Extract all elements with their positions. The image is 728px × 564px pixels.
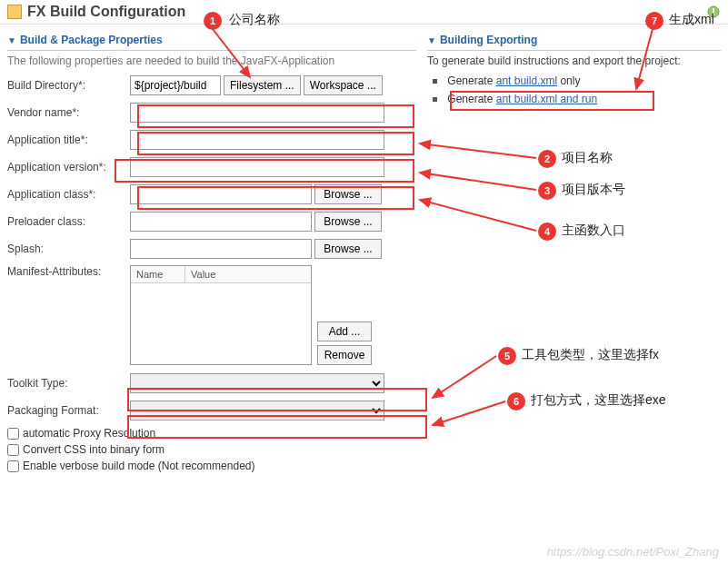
app-icon (7, 5, 22, 19)
generate-run-row: Generate ant build.xml and run (427, 93, 721, 105)
generate-only-row: Generate ant build.xml only (427, 74, 721, 87)
right-desc: To generate build instructions and expor… (427, 54, 721, 67)
toolkit-label: Toolkit Type: (7, 377, 130, 390)
app-class-label: Application class*: (7, 188, 130, 201)
app-title-label: Application title*: (7, 134, 130, 146)
app-class-input[interactable] (130, 184, 312, 204)
verbose-label: Enable verbose build mode (Not recommend… (23, 460, 254, 472)
preloader-input[interactable] (130, 212, 312, 232)
toolkit-select[interactable] (130, 373, 384, 393)
splash-label: Splash: (7, 242, 130, 255)
build-dir-label: Build Directory*: (7, 79, 130, 92)
css-checkbox[interactable] (7, 444, 19, 456)
gen-prefix: Generate (447, 93, 495, 105)
section-title: Build & Package Properties (20, 34, 163, 46)
callout-6-label: 打包方式，这里选择exe (531, 392, 666, 409)
vendor-input[interactable] (130, 103, 384, 123)
vendor-label: Vendor name*: (7, 106, 130, 119)
workspace-button[interactable]: Workspace ... (304, 75, 383, 95)
col-value: Value (185, 266, 221, 282)
browse-preloader-button[interactable]: Browse ... (314, 212, 382, 232)
manifest-table[interactable]: Name Value (130, 265, 312, 365)
callout-6: 6 (507, 392, 525, 411)
callout-3-label: 项目版本号 (562, 182, 625, 198)
build-dir-input[interactable] (130, 75, 221, 95)
packaging-label: Packaging Format: (7, 404, 130, 417)
callout-2: 2 (538, 150, 556, 168)
splash-input[interactable] (130, 239, 312, 259)
manifest-label: Manifest-Attributes: (7, 265, 130, 278)
proxy-label: automatic Proxy Resolution (23, 427, 155, 440)
callout-5-label: 工具包类型，这里选择fx (522, 347, 659, 363)
preloader-label: Preloader class: (7, 215, 130, 228)
exporting-section-header[interactable]: ▼ Building Exporting (427, 30, 721, 51)
add-button[interactable]: Add ... (317, 322, 372, 341)
filesystem-button[interactable]: Filesystem ... (224, 75, 301, 95)
css-label: Convert CSS into binary form (23, 443, 165, 456)
watermark: https://blog.csdn.net/Poxi_Zhang (547, 545, 719, 559)
callout-1: 1 (204, 12, 222, 30)
browse-class-button[interactable]: Browse ... (314, 184, 382, 204)
bullet-icon (433, 97, 437, 102)
app-version-label: Application version*: (7, 161, 130, 173)
packaging-select[interactable] (130, 401, 384, 421)
remove-button[interactable]: Remove (317, 345, 372, 365)
ant-build-only-link[interactable]: ant build.xml (496, 74, 557, 87)
callout-4: 4 (538, 223, 556, 241)
section-desc: The following properties are needed to b… (7, 54, 416, 67)
callout-7-label: 生成xml (669, 12, 714, 28)
verbose-checkbox[interactable] (7, 460, 19, 472)
bullet-icon (433, 79, 437, 84)
callout-2-label: 项目名称 (562, 150, 613, 166)
callout-7: 7 (645, 12, 663, 30)
collapse-arrow-icon: ▼ (7, 35, 16, 45)
ant-build-run-link[interactable]: ant build.xml and run (496, 93, 597, 105)
callout-4-label: 主函数入口 (562, 223, 625, 239)
left-column: ▼ Build & Package Properties The followi… (7, 30, 416, 472)
browse-splash-button[interactable]: Browse ... (314, 239, 382, 259)
collapse-arrow-icon: ▼ (427, 35, 436, 45)
callout-5: 5 (498, 347, 516, 365)
proxy-checkbox[interactable] (7, 428, 19, 440)
gen-prefix: Generate (447, 74, 495, 87)
section-title: Building Exporting (440, 34, 537, 46)
callout-1-label: 公司名称 (229, 12, 280, 28)
col-name: Name (131, 266, 185, 282)
gen-suffix: only (557, 74, 580, 87)
page-title: FX Build Configuration (27, 4, 185, 20)
app-version-input[interactable] (130, 157, 384, 177)
header-bar: FX Build Configuration (0, 0, 728, 25)
app-title-input[interactable] (130, 130, 384, 150)
callout-3: 3 (538, 182, 556, 200)
build-section-header[interactable]: ▼ Build & Package Properties (7, 30, 416, 51)
